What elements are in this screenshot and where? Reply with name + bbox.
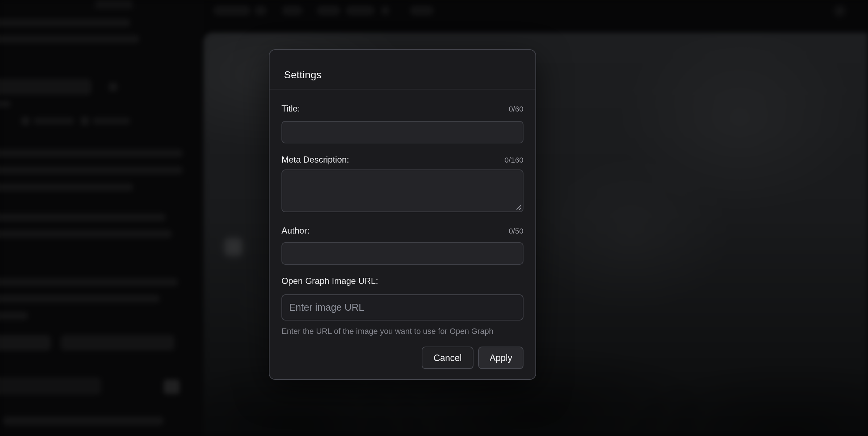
open-graph-image-url-input[interactable]	[281, 294, 523, 320]
blurred-option-label	[92, 117, 130, 125]
meta-description-char-counter: 0/160	[504, 156, 523, 164]
blurred-button-blob	[0, 335, 51, 351]
sidebar-tab-blob	[95, 0, 133, 9]
blurred-text-line	[0, 166, 183, 174]
blurred-breadcrumb-segment	[214, 6, 250, 15]
blurred-breadcrumb-segment	[410, 6, 433, 15]
topbar	[204, 0, 868, 33]
dialog-divider	[270, 89, 535, 89]
blurred-text-line	[0, 278, 178, 286]
sidebar-panel	[0, 0, 204, 436]
author-label: Author:	[281, 225, 309, 237]
title-label: Title:	[281, 102, 300, 115]
blurred-text-line	[0, 19, 130, 27]
dialog-title: Settings	[284, 67, 535, 83]
blurred-input-blob	[0, 79, 91, 95]
blurred-text-line	[0, 35, 139, 43]
title-char-counter: 0/60	[509, 105, 523, 113]
meta-description-label: Meta Description:	[281, 154, 349, 166]
settings-dialog: Settings Title: 0/60 Meta Description: 0…	[269, 49, 536, 380]
open-graph-helper-text: Enter the URL of the image you want to u…	[281, 326, 523, 336]
blurred-breadcrumb-segment	[381, 6, 389, 15]
blurred-button-blob	[61, 335, 175, 351]
screen: Settings Title: 0/60 Meta Description: 0…	[0, 0, 868, 436]
blurred-text-line	[0, 230, 172, 238]
blurred-text-line	[0, 183, 133, 191]
blurred-text-line	[3, 416, 164, 425]
open-graph-image-url-label: Open Graph Image URL:	[281, 275, 378, 287]
author-char-counter: 0/50	[509, 227, 523, 235]
blurred-breadcrumb-segment	[255, 6, 266, 15]
apply-button[interactable]: Apply	[478, 347, 523, 369]
blurred-text-line	[0, 213, 166, 221]
meta-description-textarea[interactable]	[281, 169, 523, 212]
canvas-floating-button-blob	[225, 238, 242, 256]
blurred-breadcrumb-segment	[346, 6, 374, 15]
blurred-option-icon	[21, 117, 30, 125]
blurred-close-icon	[109, 83, 117, 91]
blurred-breadcrumb-segment	[282, 6, 302, 15]
cancel-button[interactable]: Cancel	[422, 347, 474, 369]
blurred-option-icon	[80, 117, 89, 125]
blurred-breadcrumb-segment	[317, 6, 340, 15]
blurred-icon-button	[164, 380, 180, 394]
blurred-option-label	[33, 117, 74, 125]
blurred-text-line	[0, 101, 11, 107]
blurred-text-line	[0, 295, 160, 303]
blurred-text-line	[0, 312, 28, 320]
blurred-topright-icon	[832, 3, 848, 19]
blurred-input-blob	[0, 377, 101, 395]
title-input[interactable]	[281, 121, 523, 143]
author-input[interactable]	[281, 242, 523, 265]
blurred-text-line	[0, 149, 183, 157]
